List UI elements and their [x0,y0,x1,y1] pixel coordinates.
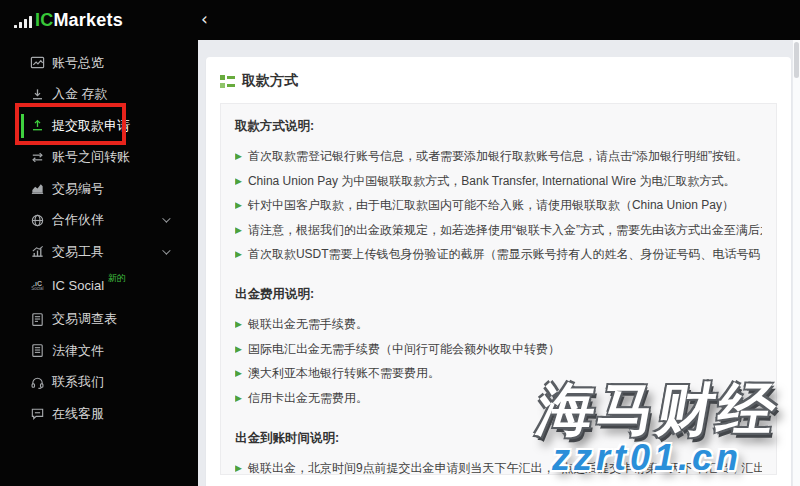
sidebar-item-label: 入金 存款 [52,85,108,103]
list-item: ▶信用卡出金无需费用。 [235,391,762,405]
section-withdrawal-fees: 出金费用说明: ▶银联出金无需手续费。 ▶国际电汇出金无需手续费（中间行可能会额… [235,286,762,405]
sidebar-item-label: 在线客服 [52,405,104,423]
list-item: ▶国际电汇出金无需手续费（中间行可能会额外收取中转费） [235,342,762,356]
sidebar-item-trading-survey[interactable]: 交易调查表 [0,304,198,336]
main-content: 取款方式 取款方式说明: ▶首次取款需登记银行账号信息，或者需要添加银行取款账号… [198,40,800,486]
info-box: 取款方式说明: ▶首次取款需登记银行账号信息，或者需要添加银行取款账号信息，请点… [220,103,777,475]
list-item: ▶针对中国客户取款，由于电汇取款国内可能不给入账，请使用银联取款（China U… [235,198,762,212]
bullet-arrow-icon: ▶ [235,317,242,331]
sidebar-item-withdraw[interactable]: 提交取款申请 [0,110,198,142]
sidebar-item-ic-social[interactable]: .ıCSocial IC Social 新的 [0,268,198,304]
bullet-list: ▶银联出金无需手续费。 ▶国际电汇出金无需手续费（中间行可能会额外收取中转费） … [235,317,762,405]
bullet-arrow-icon: ▶ [235,198,242,212]
sidebar-item-trading-tools[interactable]: 交易工具 [0,236,198,268]
transfer-icon [30,150,45,165]
bullet-list: ▶银联出金，北京时间9点前提交出金申请则当天下午汇出，9点之后提交申请第二天下午… [235,461,762,476]
bullet-arrow-icon: ▶ [235,149,242,163]
ic-social-icon: .ıCSocial [30,278,45,293]
sidebar-item-label: 联系我们 [52,373,104,391]
sidebar-item-account-overview[interactable]: 账号总览 [0,47,198,79]
list-item: ▶请注意，根据我们的出金政策规定，如若选择使用“银联卡入金”方式，需要先由该方式… [235,223,762,237]
bullet-arrow-icon: ▶ [235,461,242,475]
list-item: ▶首次取款USDT需要上传钱包身份验证的截屏（需显示账号持有人的姓名、身份证号码… [235,247,762,261]
sidebar-item-label: 交易工具 [52,243,104,261]
survey-document-icon [30,312,45,327]
bullet-arrow-icon: ▶ [235,247,242,261]
section-arrival-time: 出金到账时间说明: ▶银联出金，北京时间9点前提交出金申请则当天下午汇出，9点之… [235,430,762,476]
sidebar-collapse-icon[interactable]: ‹ [201,9,208,29]
scrollbar-thumb[interactable] [794,42,799,78]
page-title: 取款方式 [242,72,298,90]
sidebar-item-transfer[interactable]: 账号之间转账 [0,142,198,174]
chat-bubble-icon [30,406,45,421]
section-withdrawal-methods: 取款方式说明: ▶首次取款需登记银行账号信息，或者需要添加银行取款账号信息，请点… [235,118,762,261]
sidebar-item-trade-numbers[interactable]: 交易编号 [0,173,198,205]
sidebar-item-deposit[interactable]: 入金 存款 [0,79,198,111]
sidebar-item-label: 交易调查表 [52,310,117,328]
bullet-arrow-icon: ▶ [235,174,242,188]
deposit-icon [30,87,45,102]
section-heading: 出金到账时间说明: [235,430,762,447]
scrollbar-track[interactable] [793,40,800,486]
bullet-arrow-icon: ▶ [235,391,242,405]
logo-markets-text: Markets [53,10,122,31]
card-header: 取款方式 [206,57,791,103]
sidebar-item-label: IC Social [52,278,104,293]
sidebar-item-live-chat[interactable]: 在线客服 [0,398,198,430]
list-item: ▶China Union Pay 为中国银联取款方式，Bank Transfer… [235,174,762,188]
withdrawal-methods-card: 取款方式 取款方式说明: ▶首次取款需登记银行账号信息，或者需要添加银行取款账号… [206,57,791,486]
sidebar-item-legal-documents[interactable]: 法律文件 [0,335,198,367]
ic-markets-logo[interactable]: ICMarkets [14,10,123,31]
sidebar-item-label: 账号总览 [52,54,104,72]
sidebar-item-partners[interactable]: 合作伙伴 [0,205,198,237]
bullet-arrow-icon: ▶ [235,366,242,380]
list-item: ▶澳大利亚本地银行转账不需要费用。 [235,366,762,380]
bullet-arrow-icon: ▶ [235,223,242,237]
chevron-down-icon [162,246,170,254]
section-heading: 取款方式说明: [235,118,762,135]
account-overview-icon [30,55,45,70]
new-badge: 新的 [108,272,126,285]
section-heading: 出金费用说明: [235,286,762,303]
logo-bars-icon [14,16,32,31]
withdraw-icon [30,118,45,133]
sidebar-item-label: 法律文件 [52,342,104,360]
legal-document-icon [30,343,45,358]
trading-tools-icon [30,244,45,259]
sidebar-item-label: 提交取款申请 [52,117,130,135]
list-item: ▶银联出金，北京时间9点前提交出金申请则当天下午汇出，9点之后提交申请第二天下午… [235,461,762,475]
chevron-down-icon [162,215,170,223]
headset-icon [30,375,45,390]
partners-globe-icon [30,213,45,228]
list-item: ▶银联出金无需手续费。 [235,317,762,331]
logo-ic-text: IC [35,10,53,31]
sidebar: ICMarkets 账号总览 入金 存款 提交取款申请 账号之间转账 [0,0,198,486]
bullet-arrow-icon: ▶ [235,342,242,356]
bullet-list: ▶首次取款需登记银行账号信息，或者需要添加银行取款账号信息，请点击“添加银行明细… [235,149,762,261]
sidebar-menu: 账号总览 入金 存款 提交取款申请 账号之间转账 交易编号 [0,47,198,430]
trade-chart-icon [30,181,45,196]
list-item: ▶首次取款需登记银行账号信息，或者需要添加银行取款账号信息，请点击“添加银行明细… [235,149,762,163]
sidebar-item-label: 合作伙伴 [52,211,104,229]
sidebar-item-contact-us[interactable]: 联系我们 [0,367,198,399]
sidebar-item-label: 交易编号 [52,180,104,198]
list-icon [220,75,235,88]
sidebar-item-label: 账号之间转账 [52,148,130,166]
